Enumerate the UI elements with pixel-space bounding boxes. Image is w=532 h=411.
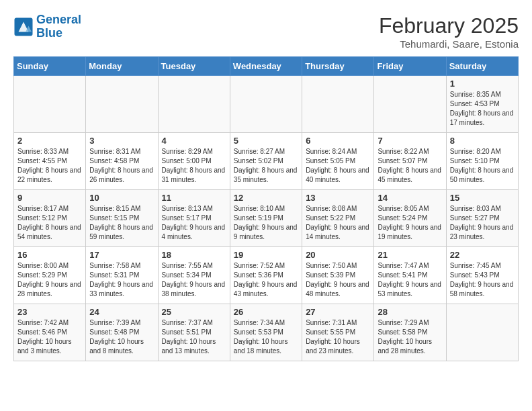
calendar-cell: 2Sunrise: 8:33 AM Sunset: 4:55 PM Daylig… xyxy=(14,133,86,190)
calendar-cell: 6Sunrise: 8:24 AM Sunset: 5:05 PM Daylig… xyxy=(302,133,374,190)
day-info: Sunrise: 8:22 AM Sunset: 5:07 PM Dayligh… xyxy=(378,147,442,185)
calendar-cell: 19Sunrise: 7:52 AM Sunset: 5:36 PM Dayli… xyxy=(230,247,302,304)
day-number: 6 xyxy=(306,136,370,146)
day-info: Sunrise: 7:55 AM Sunset: 5:34 PM Dayligh… xyxy=(162,261,226,299)
header-thursday: Thursday xyxy=(302,57,374,76)
calendar-cell: 25Sunrise: 7:37 AM Sunset: 5:51 PM Dayli… xyxy=(158,304,230,361)
day-info: Sunrise: 8:35 AM Sunset: 4:53 PM Dayligh… xyxy=(450,90,515,128)
calendar-week-2: 9Sunrise: 8:17 AM Sunset: 5:12 PM Daylig… xyxy=(14,190,519,247)
calendar-cell xyxy=(302,76,374,133)
day-info: Sunrise: 7:52 AM Sunset: 5:36 PM Dayligh… xyxy=(234,261,298,299)
calendar-cell: 18Sunrise: 7:55 AM Sunset: 5:34 PM Dayli… xyxy=(158,247,230,304)
day-info: Sunrise: 8:31 AM Sunset: 4:58 PM Dayligh… xyxy=(89,147,154,185)
day-number: 10 xyxy=(89,193,154,203)
calendar-cell: 27Sunrise: 7:31 AM Sunset: 5:55 PM Dayli… xyxy=(302,304,374,361)
calendar-cell: 12Sunrise: 8:10 AM Sunset: 5:19 PM Dayli… xyxy=(230,190,302,247)
day-info: Sunrise: 8:17 AM Sunset: 5:12 PM Dayligh… xyxy=(17,204,82,242)
day-number: 12 xyxy=(234,193,298,203)
calendar-subtitle: Tehumardi, Saare, Estonia xyxy=(379,38,519,50)
day-info: Sunrise: 7:31 AM Sunset: 5:55 PM Dayligh… xyxy=(306,318,370,356)
calendar-cell: 10Sunrise: 8:15 AM Sunset: 5:15 PM Dayli… xyxy=(86,190,158,247)
calendar-cell xyxy=(374,76,446,133)
day-number: 4 xyxy=(162,136,226,146)
title-block: February 2025 Tehumardi, Saare, Estonia xyxy=(379,13,519,50)
day-number: 16 xyxy=(17,250,82,260)
calendar-cell: 5Sunrise: 8:27 AM Sunset: 5:02 PM Daylig… xyxy=(230,133,302,190)
day-info: Sunrise: 8:29 AM Sunset: 5:00 PM Dayligh… xyxy=(162,147,226,185)
calendar-header-row: SundayMondayTuesdayWednesdayThursdayFrid… xyxy=(14,57,519,76)
header-wednesday: Wednesday xyxy=(230,57,302,76)
header-friday: Friday xyxy=(374,57,446,76)
calendar-table: SundayMondayTuesdayWednesdayThursdayFrid… xyxy=(13,56,519,361)
day-number: 14 xyxy=(378,193,442,203)
logo-icon xyxy=(13,17,34,37)
day-info: Sunrise: 7:47 AM Sunset: 5:41 PM Dayligh… xyxy=(378,261,442,299)
calendar-cell: 8Sunrise: 8:20 AM Sunset: 5:10 PM Daylig… xyxy=(446,133,518,190)
day-info: Sunrise: 8:08 AM Sunset: 5:22 PM Dayligh… xyxy=(306,204,370,242)
day-info: Sunrise: 8:27 AM Sunset: 5:02 PM Dayligh… xyxy=(234,147,298,185)
calendar-cell: 7Sunrise: 8:22 AM Sunset: 5:07 PM Daylig… xyxy=(374,133,446,190)
calendar-cell: 28Sunrise: 7:29 AM Sunset: 5:58 PM Dayli… xyxy=(374,304,446,361)
day-number: 24 xyxy=(89,307,154,317)
calendar-cell xyxy=(158,76,230,133)
day-info: Sunrise: 8:00 AM Sunset: 5:29 PM Dayligh… xyxy=(17,261,82,299)
header-monday: Monday xyxy=(86,57,158,76)
day-number: 1 xyxy=(450,79,515,89)
calendar-cell xyxy=(446,304,518,361)
day-number: 7 xyxy=(378,136,442,146)
calendar-cell: 4Sunrise: 8:29 AM Sunset: 5:00 PM Daylig… xyxy=(158,133,230,190)
calendar-cell: 9Sunrise: 8:17 AM Sunset: 5:12 PM Daylig… xyxy=(14,190,86,247)
calendar-cell: 14Sunrise: 8:05 AM Sunset: 5:24 PM Dayli… xyxy=(374,190,446,247)
day-number: 19 xyxy=(234,250,298,260)
calendar-cell: 20Sunrise: 7:50 AM Sunset: 5:39 PM Dayli… xyxy=(302,247,374,304)
day-number: 20 xyxy=(306,250,370,260)
day-info: Sunrise: 8:13 AM Sunset: 5:17 PM Dayligh… xyxy=(162,204,226,242)
calendar-week-0: 1Sunrise: 8:35 AM Sunset: 4:53 PM Daylig… xyxy=(14,76,519,133)
day-number: 11 xyxy=(162,193,226,203)
calendar-title: February 2025 xyxy=(379,13,519,38)
day-info: Sunrise: 8:03 AM Sunset: 5:27 PM Dayligh… xyxy=(450,204,515,242)
day-info: Sunrise: 7:39 AM Sunset: 5:48 PM Dayligh… xyxy=(89,318,154,356)
calendar-week-4: 23Sunrise: 7:42 AM Sunset: 5:46 PM Dayli… xyxy=(14,304,519,361)
calendar-cell: 13Sunrise: 8:08 AM Sunset: 5:22 PM Dayli… xyxy=(302,190,374,247)
day-info: Sunrise: 8:20 AM Sunset: 5:10 PM Dayligh… xyxy=(450,147,515,185)
calendar-cell: 1Sunrise: 8:35 AM Sunset: 4:53 PM Daylig… xyxy=(446,76,518,133)
calendar-cell: 22Sunrise: 7:45 AM Sunset: 5:43 PM Dayli… xyxy=(446,247,518,304)
logo-text: General Blue xyxy=(36,13,81,40)
day-info: Sunrise: 7:34 AM Sunset: 5:53 PM Dayligh… xyxy=(234,318,298,356)
day-number: 22 xyxy=(450,250,515,260)
calendar-cell xyxy=(14,76,86,133)
calendar-week-3: 16Sunrise: 8:00 AM Sunset: 5:29 PM Dayli… xyxy=(14,247,519,304)
calendar-cell xyxy=(86,76,158,133)
calendar-cell: 16Sunrise: 8:00 AM Sunset: 5:29 PM Dayli… xyxy=(14,247,86,304)
day-info: Sunrise: 7:37 AM Sunset: 5:51 PM Dayligh… xyxy=(162,318,226,356)
calendar-cell xyxy=(230,76,302,133)
day-number: 5 xyxy=(234,136,298,146)
calendar-cell: 21Sunrise: 7:47 AM Sunset: 5:41 PM Dayli… xyxy=(374,247,446,304)
day-number: 28 xyxy=(378,307,442,317)
day-number: 2 xyxy=(17,136,82,146)
header-tuesday: Tuesday xyxy=(158,57,230,76)
day-number: 9 xyxy=(17,193,82,203)
day-number: 3 xyxy=(89,136,154,146)
calendar-week-1: 2Sunrise: 8:33 AM Sunset: 4:55 PM Daylig… xyxy=(14,133,519,190)
day-info: Sunrise: 8:33 AM Sunset: 4:55 PM Dayligh… xyxy=(17,147,82,185)
day-number: 13 xyxy=(306,193,370,203)
header-saturday: Saturday xyxy=(446,57,518,76)
day-info: Sunrise: 7:58 AM Sunset: 5:31 PM Dayligh… xyxy=(89,261,154,299)
day-info: Sunrise: 7:50 AM Sunset: 5:39 PM Dayligh… xyxy=(306,261,370,299)
calendar-cell: 26Sunrise: 7:34 AM Sunset: 5:53 PM Dayli… xyxy=(230,304,302,361)
day-number: 18 xyxy=(162,250,226,260)
page-header: General Blue February 2025 Tehumardi, Sa… xyxy=(13,13,519,50)
calendar-cell: 24Sunrise: 7:39 AM Sunset: 5:48 PM Dayli… xyxy=(86,304,158,361)
logo: General Blue xyxy=(13,13,81,40)
day-number: 8 xyxy=(450,136,515,146)
calendar-cell: 17Sunrise: 7:58 AM Sunset: 5:31 PM Dayli… xyxy=(86,247,158,304)
calendar-cell: 15Sunrise: 8:03 AM Sunset: 5:27 PM Dayli… xyxy=(446,190,518,247)
day-number: 27 xyxy=(306,307,370,317)
day-info: Sunrise: 8:15 AM Sunset: 5:15 PM Dayligh… xyxy=(89,204,154,242)
day-number: 25 xyxy=(162,307,226,317)
calendar-cell: 23Sunrise: 7:42 AM Sunset: 5:46 PM Dayli… xyxy=(14,304,86,361)
calendar-cell: 3Sunrise: 8:31 AM Sunset: 4:58 PM Daylig… xyxy=(86,133,158,190)
day-info: Sunrise: 8:24 AM Sunset: 5:05 PM Dayligh… xyxy=(306,147,370,185)
